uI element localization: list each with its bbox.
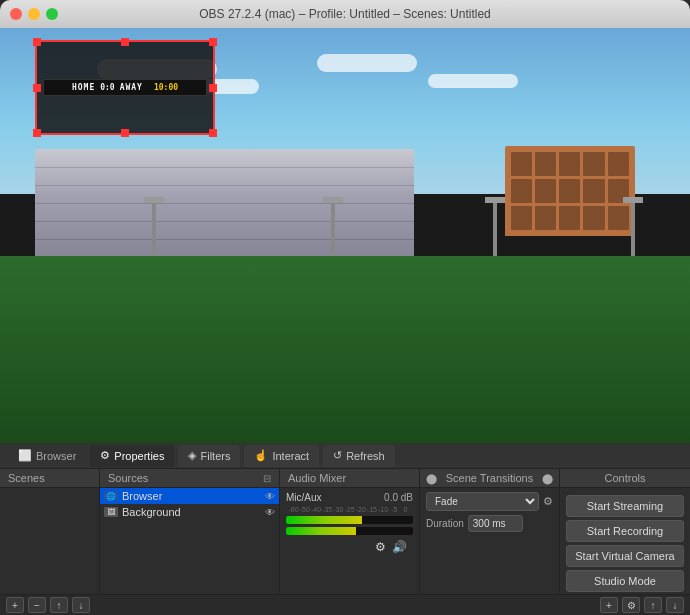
scoreboard-overlay[interactable]: HOME 0:0 AWAY 10:00	[35, 40, 215, 135]
bleachers	[35, 149, 415, 269]
preview-canvas: HOME 0:0 AWAY 10:00	[0, 28, 690, 443]
window-controls[interactable]	[10, 8, 58, 20]
browser-label: Browser	[36, 450, 76, 462]
sources-header-row: Sources ⊟	[100, 469, 279, 488]
field	[0, 256, 690, 443]
remove-scene-button[interactable]: −	[28, 597, 46, 613]
transitions-header-row: ⬤ Scene Transitions ⬤	[420, 469, 559, 488]
title-bar: OBS 27.2.4 (mac) – Profile: Untitled – S…	[0, 0, 690, 28]
scoreboard-inner: HOME 0:0 AWAY 10:00	[43, 79, 207, 96]
audio-panel: Audio Mixer Mic/Aux 0.0 dB -60 -50 -40 -…	[280, 469, 420, 594]
building	[505, 146, 635, 236]
audio-header: Audio Mixer	[280, 469, 419, 488]
source-name-background: Background	[122, 506, 261, 518]
filters-icon: ◈	[188, 449, 196, 462]
close-button[interactable]	[10, 8, 22, 20]
bleacher-lines	[35, 149, 415, 269]
sources-toolbar: + ⚙ ↑ ↓	[600, 597, 684, 613]
building-windows	[505, 146, 635, 236]
browser-section-label: ⬜ Browser	[8, 445, 86, 467]
interact-icon: ☝	[254, 449, 268, 462]
eye-icon-background[interactable]: 👁	[265, 507, 275, 518]
audio-channel-label: Mic/Aux	[286, 492, 322, 503]
handle-bottom-mid[interactable]	[121, 129, 129, 137]
preview-area: HOME 0:0 AWAY 10:00	[0, 28, 690, 443]
start-recording-button[interactable]: Start Recording	[566, 520, 684, 542]
bottom-toolbar: + − ↑ ↓ + ⚙ ↑ ↓	[0, 594, 690, 615]
move-down-source-button[interactable]: ↓	[666, 597, 684, 613]
transition-type-select[interactable]: Fade Cut Slide	[426, 492, 539, 511]
sources-panel: Sources ⊟ 🌐 Browser 👁 🖼 Background 👁	[100, 469, 280, 594]
maximize-button[interactable]	[46, 8, 58, 20]
add-source-button[interactable]: +	[600, 597, 618, 613]
audio-meter-row-1	[286, 516, 413, 524]
handle-mid-left[interactable]	[33, 84, 41, 92]
transition-gear-icon[interactable]: ⚙	[543, 495, 553, 508]
start-streaming-button[interactable]: Start Streaming	[566, 495, 684, 517]
tab-filters[interactable]: ◈ Filters	[178, 445, 240, 467]
audio-meter-row-2	[286, 527, 413, 535]
settings-source-button[interactable]: ⚙	[622, 597, 640, 613]
meter-fill-2	[286, 527, 356, 535]
audio-db-label: 0.0 dB	[377, 492, 413, 503]
source-name-browser: Browser	[122, 490, 261, 502]
controls-header: Controls	[560, 469, 690, 488]
scoreboard-content: HOME 0:0 AWAY 10:00	[37, 42, 213, 133]
transitions-icon-left: ⬤	[426, 473, 437, 484]
tab-properties[interactable]: ⚙ Properties	[90, 445, 174, 467]
duration-input[interactable]	[468, 515, 523, 532]
properties-icon: ⚙	[100, 449, 110, 462]
audio-meter-bar-2	[286, 527, 413, 535]
move-down-scene-button[interactable]: ↓	[72, 597, 90, 613]
tab-interact[interactable]: ☝ Interact	[244, 445, 319, 467]
scoreboard-time: 10:00	[154, 83, 178, 92]
transitions-icon-right: ⬤	[542, 473, 553, 484]
scenes-panel: Scenes	[0, 469, 100, 594]
controls-panel: Controls Start Streaming Start Recording…	[560, 469, 690, 594]
handle-bottom-left[interactable]	[33, 129, 41, 137]
audio-controls-row: ⚙ 🔊	[286, 538, 413, 556]
transitions-panel: ⬤ Scene Transitions ⬤ Fade Cut Slide ⚙ D…	[420, 469, 560, 594]
duration-label: Duration	[426, 518, 464, 529]
eye-icon-browser[interactable]: 👁	[265, 491, 275, 502]
audio-mute-icon[interactable]: 🔊	[392, 540, 407, 554]
transition-type-row: Fade Cut Slide ⚙	[426, 492, 553, 511]
handle-top-left[interactable]	[33, 38, 41, 46]
source-item-background[interactable]: 🖼 Background 👁	[100, 504, 279, 520]
handle-bottom-right[interactable]	[209, 129, 217, 137]
scoreboard-score: 0:0	[100, 83, 114, 92]
scoreboard-home: HOME	[72, 83, 95, 92]
source-item-browser[interactable]: 🌐 Browser 👁	[100, 488, 279, 504]
bottom-panel: ⬜ Browser ⚙ Properties ◈ Filters ☝ Inter…	[0, 443, 690, 615]
scenes-header: Scenes	[0, 469, 99, 488]
studio-mode-button[interactable]: Studio Mode	[566, 570, 684, 592]
audio-meter-bar-1	[286, 516, 413, 524]
tab-refresh[interactable]: ↺ Refresh	[323, 445, 395, 467]
handle-top-right[interactable]	[209, 38, 217, 46]
audio-settings-icon[interactable]: ⚙	[375, 540, 386, 554]
move-up-scene-button[interactable]: ↑	[50, 597, 68, 613]
handle-mid-right[interactable]	[209, 84, 217, 92]
sources-header: Sources	[108, 472, 148, 484]
refresh-icon: ↺	[333, 449, 342, 462]
meter-fill-1	[286, 516, 362, 524]
cloud-3	[317, 54, 417, 72]
cloud-4	[428, 74, 518, 88]
browser-icon: ⬜	[18, 449, 32, 462]
window-title: OBS 27.2.4 (mac) – Profile: Untitled – S…	[199, 7, 490, 21]
panel-tabs: ⬜ Browser ⚙ Properties ◈ Filters ☝ Inter…	[0, 443, 690, 469]
sources-menu-icon[interactable]: ⊟	[263, 473, 271, 484]
minimize-button[interactable]	[28, 8, 40, 20]
scoreboard-away: AWAY	[120, 83, 143, 92]
transitions-header-label: Scene Transitions	[446, 472, 533, 484]
handle-top-mid[interactable]	[121, 38, 129, 46]
start-virtual-camera-button[interactable]: Start Virtual Camera	[566, 545, 684, 567]
add-scene-button[interactable]: +	[6, 597, 24, 613]
audio-meter-container: Mic/Aux 0.0 dB -60 -50 -40 -35 -30 -25 -…	[280, 488, 419, 560]
move-up-source-button[interactable]: ↑	[644, 597, 662, 613]
scenes-toolbar: + − ↑ ↓	[6, 597, 90, 613]
browser-source-icon: 🌐	[104, 491, 118, 501]
background-source-icon: 🖼	[104, 507, 118, 517]
panel-content: Scenes Sources ⊟ 🌐 Browser 👁 🖼 Backgroun…	[0, 469, 690, 594]
duration-row: Duration	[426, 515, 553, 532]
